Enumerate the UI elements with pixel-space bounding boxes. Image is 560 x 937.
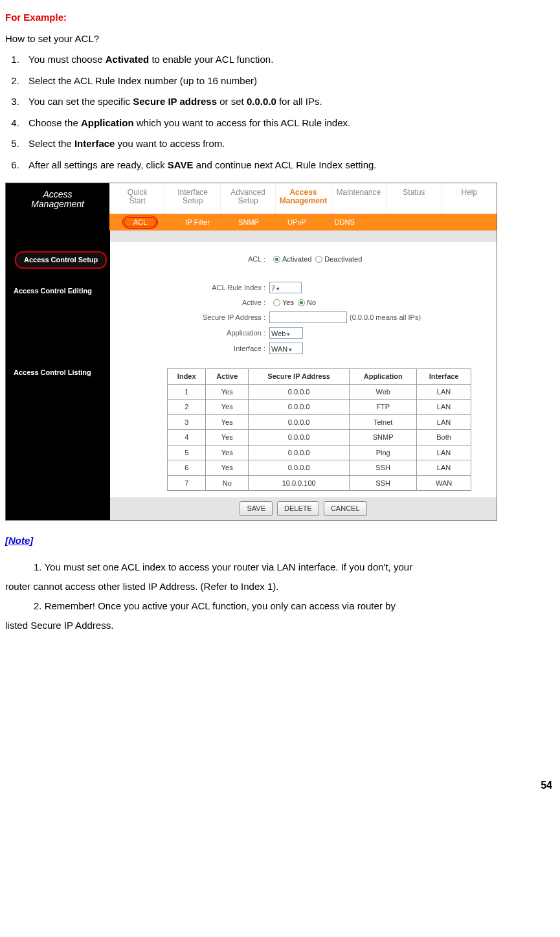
note-line-2a: 2. Remember! Once you active your ACL fu…: [5, 596, 555, 616]
rule-index-label: ACL Rule Index :: [115, 282, 269, 293]
table-row: 3Yes0.0.0.0TelnetLAN: [168, 414, 471, 430]
note-line-2b: listed Secure IP Address.: [5, 616, 555, 635]
secure-ip-input[interactable]: [269, 311, 347, 323]
sub-tab-snmp[interactable]: SNMP: [224, 214, 273, 231]
note-line-1a: 1. You must set one ACL index to access …: [5, 558, 555, 577]
table-row: 5Yes0.0.0.0PingLAN: [168, 445, 471, 460]
interface-select[interactable]: WAN▾: [269, 343, 303, 354]
interface-label: Interface :: [115, 343, 269, 354]
col-interface: Interface: [417, 369, 471, 385]
access-control-editing-label: Access Control Editing: [6, 275, 110, 304]
table-row: 2Yes0.0.0.0FTPLAN: [168, 400, 471, 415]
step-2: Select the ACL Rule Index number (up to …: [22, 74, 555, 89]
col-active: Active: [206, 369, 249, 385]
how-to-question: How to set your ACL?: [5, 32, 555, 47]
step-4: Choose the Application which you want to…: [22, 116, 555, 131]
rule-index-select[interactable]: 7▾: [269, 282, 302, 293]
main-tab-help[interactable]: Help: [442, 183, 497, 214]
delete-button[interactable]: DELETE: [277, 501, 319, 516]
table-row: 1Yes0.0.0.0WebLAN: [168, 384, 471, 400]
steps-list: You must choose Activated to enable your…: [5, 52, 555, 172]
cancel-button[interactable]: CANCEL: [324, 501, 367, 516]
col-index: Index: [168, 369, 206, 385]
chevron-down-icon: ▾: [275, 286, 280, 292]
application-select[interactable]: Web▾: [269, 327, 303, 339]
table-row: 7No10.0.0.100SSHWAN: [168, 475, 471, 491]
page-number: 54: [5, 778, 555, 793]
sub-tab-upnp[interactable]: UPnP: [273, 214, 320, 231]
step-6: After all settings are ready, click SAVE…: [22, 158, 555, 173]
active-yes-text: Yes: [282, 297, 294, 308]
save-button[interactable]: SAVE: [240, 501, 273, 516]
chevron-down-icon: ▾: [286, 331, 290, 337]
sub-tab-ddns[interactable]: DDNS: [320, 214, 369, 231]
brand-title: Access Management: [6, 183, 109, 214]
sub-tab-acl[interactable]: ACL: [109, 214, 171, 231]
sub-tab-ip-filter[interactable]: IP Filter: [171, 214, 224, 231]
active-no-text: No: [307, 297, 316, 308]
note-line-1b: router cannot access other listed IP Add…: [5, 577, 555, 596]
acl-deactivated-text: Deactivated: [324, 254, 362, 265]
step-3: You can set the specific Secure IP addre…: [22, 95, 555, 109]
secure-ip-label: Secure IP Address :: [115, 312, 269, 323]
access-control-setup-chip: Access Control Setup: [15, 251, 107, 269]
col-secure-ip-address: Secure IP Address: [249, 369, 350, 385]
step-1: You must choose Activated to enable your…: [22, 52, 555, 67]
secure-ip-hint: (0.0.0.0 means all IPs): [350, 312, 421, 323]
router-screenshot: Access Management QuickStartInterfaceSet…: [5, 183, 497, 521]
acl-activated-text: Activated: [282, 254, 311, 265]
active-yes-radio[interactable]: [273, 299, 280, 306]
note-body: 1. You must set one ACL index to access …: [5, 558, 555, 635]
acl-label: ACL :: [115, 254, 269, 265]
acl-deactivated-radio[interactable]: [315, 256, 322, 263]
active-label: Active :: [115, 297, 269, 308]
access-control-listing-label: Access Control Listing: [6, 365, 110, 386]
main-tab-interface-setup[interactable]: InterfaceSetup: [164, 183, 219, 214]
step-5: Select the Interface you want to access …: [22, 137, 555, 152]
table-row: 6Yes0.0.0.0SSHLAN: [168, 460, 471, 476]
for-example-heading: For Example:: [5, 12, 67, 23]
main-tab-advanced-setup[interactable]: AdvancedSetup: [220, 183, 275, 214]
acl-activated-radio[interactable]: [273, 256, 280, 263]
main-tab-access-management[interactable]: AccessManagement: [275, 183, 330, 214]
main-tab-status[interactable]: Status: [386, 183, 441, 214]
active-no-radio[interactable]: [298, 299, 305, 306]
chevron-down-icon: ▾: [287, 346, 292, 353]
acl-listing-table: IndexActiveSecure IP AddressApplicationI…: [167, 368, 471, 491]
application-label: Application :: [115, 328, 269, 339]
main-tab-maintenance[interactable]: Maintenance: [331, 183, 386, 214]
main-tab-quick-start[interactable]: QuickStart: [109, 183, 164, 214]
col-application: Application: [350, 369, 417, 385]
table-row: 4Yes0.0.0.0SNMPBoth: [168, 430, 471, 446]
note-heading: [Note]: [5, 535, 33, 546]
